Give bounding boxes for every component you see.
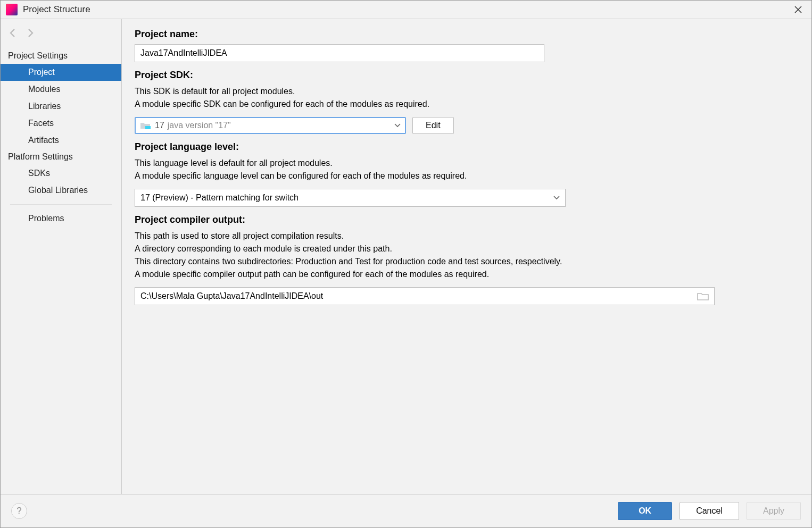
- content-panel: Project name: Project SDK: This SDK is d…: [122, 19, 811, 494]
- project-sdk-desc1: This SDK is default for all project modu…: [135, 85, 799, 98]
- close-icon[interactable]: [790, 4, 806, 15]
- compiler-output-field[interactable]: C:\Users\Mala Gupta\Java17AndIntelliJIDE…: [135, 287, 715, 305]
- lang-level-combo[interactable]: 17 (Preview) - Pattern matching for swit…: [135, 189, 566, 207]
- compiler-output-value: C:\Users\Mala Gupta\Java17AndIntelliJIDE…: [140, 291, 323, 301]
- sidebar-item-project[interactable]: Project: [1, 64, 121, 81]
- nav-forward-icon[interactable]: [25, 28, 36, 38]
- sidebar-item-problems[interactable]: Problems: [1, 210, 121, 227]
- sidebar-item-sdks[interactable]: SDKs: [1, 165, 121, 182]
- lang-level-desc2: A module specific language level can be …: [135, 170, 799, 182]
- app-icon: [6, 4, 18, 15]
- project-name-input[interactable]: [135, 44, 544, 62]
- sidebar-section-project-settings: Project Settings: [1, 48, 121, 64]
- compiler-output-desc4: A module specific compiler output path c…: [135, 268, 799, 281]
- project-sdk-desc2: A module specific SDK can be configured …: [135, 98, 799, 111]
- chevron-down-icon: [394, 123, 401, 128]
- sidebar-item-facets[interactable]: Facets: [1, 115, 121, 132]
- lang-level-desc1: This language level is default for all p…: [135, 157, 799, 170]
- apply-button: Apply: [747, 502, 801, 520]
- project-sdk-label: Project SDK:: [135, 70, 799, 81]
- compiler-output-desc1: This path is used to store all project c…: [135, 230, 799, 242]
- sidebar-section-platform-settings: Platform Settings: [1, 149, 121, 165]
- compiler-output-label: Project compiler output:: [135, 214, 799, 225]
- lang-level-label: Project language level:: [135, 141, 799, 153]
- sidebar-item-modules[interactable]: Modules: [1, 81, 121, 98]
- ok-button[interactable]: OK: [618, 502, 672, 520]
- project-sdk-combo[interactable]: 17 java version "17": [135, 117, 406, 134]
- project-name-label: Project name:: [135, 29, 799, 40]
- sidebar: Project Settings Project Modules Librari…: [1, 19, 122, 494]
- sdk-value-prefix: 17: [155, 121, 164, 130]
- lang-level-value: 17 (Preview) - Pattern matching for swit…: [140, 193, 299, 203]
- compiler-output-desc2: A directory corresponding to each module…: [135, 242, 799, 255]
- cancel-button[interactable]: Cancel: [680, 502, 739, 520]
- sidebar-item-global-libraries[interactable]: Global Libraries: [1, 182, 121, 199]
- chevron-down-icon: [553, 196, 560, 200]
- sidebar-item-libraries[interactable]: Libraries: [1, 98, 121, 115]
- sidebar-divider: [10, 204, 112, 205]
- folder-icon: [140, 121, 151, 130]
- browse-folder-icon[interactable]: [697, 291, 709, 301]
- svg-rect-0: [145, 126, 151, 129]
- window-title: Project Structure: [23, 4, 90, 15]
- sdk-value-suffix: java version "17": [168, 121, 231, 130]
- sidebar-item-artifacts[interactable]: Artifacts: [1, 132, 121, 149]
- titlebar: Project Structure: [1, 1, 811, 19]
- help-button[interactable]: ?: [11, 503, 27, 519]
- bottombar: ? OK Cancel Apply: [1, 494, 811, 527]
- nav-back-icon[interactable]: [8, 28, 19, 38]
- compiler-output-desc3: This directory contains two subdirectori…: [135, 255, 799, 268]
- edit-sdk-button[interactable]: Edit: [412, 117, 454, 134]
